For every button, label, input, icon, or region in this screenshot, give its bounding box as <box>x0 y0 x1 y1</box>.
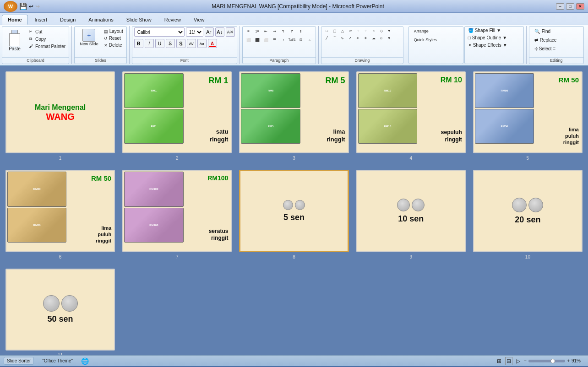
slide-sorter-tab[interactable]: Slide Sorter <box>4 357 34 365</box>
tab-animations[interactable]: Animations <box>82 15 119 25</box>
zoom-in-button[interactable]: + <box>567 358 570 363</box>
bent-arrow-button[interactable]: ↗ <box>347 35 354 41</box>
arrange-button[interactable]: Arrange <box>411 27 432 35</box>
office-button[interactable]: W <box>4 1 17 12</box>
align-left-button[interactable]: ⬜ <box>245 36 253 43</box>
delete-button[interactable]: ✕ Delete <box>103 42 125 48</box>
underline-button[interactable]: U <box>155 39 164 48</box>
parallelogram-button[interactable]: ▱ <box>347 27 354 34</box>
zoom-slider[interactable] <box>528 360 565 362</box>
triangle-shape-button[interactable]: △ <box>339 27 346 34</box>
slide-thumb-1[interactable]: Mari Mengenal WANG <box>5 71 115 153</box>
align-right-button[interactable]: ⬜ <box>262 36 270 43</box>
columns-button[interactable]: ⫿ <box>297 27 305 35</box>
align-center-button[interactable]: ⬛ <box>253 36 261 43</box>
note-top: RM50 <box>7 172 66 206</box>
increase-indent-button[interactable]: ⇥ <box>271 27 279 35</box>
language-icon[interactable]: 🌐 <box>81 357 89 365</box>
rtl-button[interactable]: ↰ <box>279 27 288 35</box>
minimize-button[interactable]: – <box>556 3 564 10</box>
case-button[interactable]: Aa <box>197 39 207 48</box>
color-button[interactable]: A <box>208 39 217 48</box>
copy-button[interactable]: ⧉ Copy <box>26 36 67 42</box>
quick-styles-button[interactable]: Quick Styles <box>411 36 440 43</box>
reset-button[interactable]: ↺ Reset <box>103 35 125 41</box>
clear-format-button[interactable]: A✕ <box>226 27 235 37</box>
bullets-button[interactable]: ≡ <box>245 27 253 35</box>
curve-shape-button[interactable]: ⌒ <box>331 35 338 41</box>
close-button[interactable]: ✕ <box>576 3 584 10</box>
zoom-out-button[interactable]: − <box>524 358 527 363</box>
layout-button[interactable]: ▤ Layout <box>103 28 125 34</box>
strikethrough-button[interactable]: S <box>166 39 175 48</box>
save-icon[interactable]: 💾 <box>19 3 27 10</box>
tab-design[interactable]: Design <box>54 15 82 25</box>
shape-fill-button[interactable]: 🪣 Shape Fill ▼ <box>467 27 502 33</box>
slide-thumb-9[interactable]: 10 sen <box>356 170 466 252</box>
shape-effects-dropdown[interactable]: ▼ <box>503 43 507 48</box>
redo-icon[interactable]: ↪ <box>35 3 40 10</box>
smiley-button[interactable]: ☺ <box>378 35 385 41</box>
text-align-button[interactable]: ⊡ <box>297 36 305 43</box>
undo-icon[interactable]: ↩ <box>29 3 33 10</box>
view-reading-button[interactable]: ▷ <box>516 358 520 364</box>
slide-thumb-8[interactable]: 5 sen <box>239 170 348 252</box>
slide-thumb-2[interactable]: RM1 RM1 RM 1 saturinggit <box>122 71 232 153</box>
slide-thumb-7[interactable]: RM100 RM100 RM100 seratusringgit <box>122 170 232 252</box>
diamond-shape-button[interactable]: ◇ <box>378 27 385 34</box>
slide-thumb-5[interactable]: RM50 RM50 RM 50 limapuluhringgit <box>473 71 583 153</box>
cut-button[interactable]: ✂ Cut <box>26 28 67 35</box>
format-painter-button[interactable]: 🖌 Format Painter <box>26 43 67 49</box>
arrow-right-button[interactable]: → <box>354 27 362 34</box>
shape-outline-button[interactable]: □ Shape Outline ▼ <box>467 35 508 41</box>
smartart-button[interactable]: ⟐ <box>305 36 314 43</box>
numbering-button[interactable]: 1≡ <box>253 27 261 35</box>
view-normal-button[interactable]: ⊞ <box>497 358 501 364</box>
maximize-button[interactable]: □ <box>566 3 574 10</box>
tab-review[interactable]: Review <box>158 15 187 25</box>
line-spacing-button[interactable]: ↕ <box>279 36 288 43</box>
slide-thumb-4[interactable]: RM10 RM10 RM 10 sepuluhringgit <box>356 71 466 153</box>
shape-fill-dropdown[interactable]: ▼ <box>496 28 501 33</box>
select-button[interactable]: ⊹ Select = <box>531 45 559 53</box>
tab-insert[interactable]: Insert <box>29 15 54 25</box>
slide-thumb-6[interactable]: RM50 RM50 RM 50 limapuluhringgit <box>5 170 115 252</box>
shape-outline-dropdown[interactable]: ▼ <box>502 35 507 40</box>
paste-button[interactable]: Paste <box>4 27 25 53</box>
shape-effects-button[interactable]: ✦ Shape Effects ▼ <box>467 42 509 48</box>
text-direction-button[interactable]: Txt⇅ <box>288 36 296 43</box>
ltr-button[interactable]: ↱ <box>288 27 296 35</box>
rect-shape-button[interactable]: □ <box>323 27 331 34</box>
slide-thumb-3[interactable]: RM5 RM5 RM 5 limaringgit <box>239 71 348 153</box>
rounded-rect-button[interactable]: ▢ <box>331 27 338 34</box>
increase-font-button[interactable]: A↑ <box>205 27 214 37</box>
bold-button[interactable]: B <box>134 39 143 48</box>
slide-thumb-10[interactable]: 20 sen <box>473 170 583 252</box>
spacing-button[interactable]: AV <box>187 39 196 48</box>
arrow-left-button[interactable]: ← <box>362 27 370 34</box>
font-size-select[interactable]: 115 <box>186 27 203 37</box>
more-shapes-button[interactable]: ▼ <box>386 27 393 34</box>
freeform-button[interactable]: ∿ <box>339 35 346 41</box>
new-slide-button[interactable]: + New Slide <box>76 27 102 48</box>
italic-button[interactable]: I <box>145 39 154 48</box>
tab-view[interactable]: View <box>188 15 211 25</box>
more-shapes2-button[interactable]: ▼ <box>386 35 393 41</box>
star5-button[interactable]: ✦ <box>354 35 362 41</box>
decrease-indent-button[interactable]: ⇤ <box>262 27 270 35</box>
slide-thumb-11[interactable]: 50 sen <box>5 269 115 351</box>
decrease-font-button[interactable]: A↓ <box>215 27 224 37</box>
star6-button[interactable]: ✶ <box>362 35 370 41</box>
tab-home[interactable]: Home <box>2 15 28 25</box>
view-slide-sorter-button[interactable]: ⊟ <box>505 357 512 365</box>
replace-button[interactable]: ⇄ Replace <box>531 36 560 44</box>
shadow-button[interactable]: S <box>176 39 185 48</box>
zoom-thumb[interactable] <box>550 359 555 363</box>
justify-button[interactable]: ☰ <box>271 36 279 43</box>
cloud-button[interactable]: ☁ <box>370 35 377 41</box>
find-button[interactable]: 🔍 Find <box>531 27 554 35</box>
line-shape-button[interactable]: ╱ <box>323 35 331 41</box>
tab-slideshow[interactable]: Slide Show <box>120 15 158 25</box>
font-family-select[interactable]: Calibri <box>134 27 185 37</box>
circle-shape-button[interactable]: ○ <box>370 27 377 34</box>
